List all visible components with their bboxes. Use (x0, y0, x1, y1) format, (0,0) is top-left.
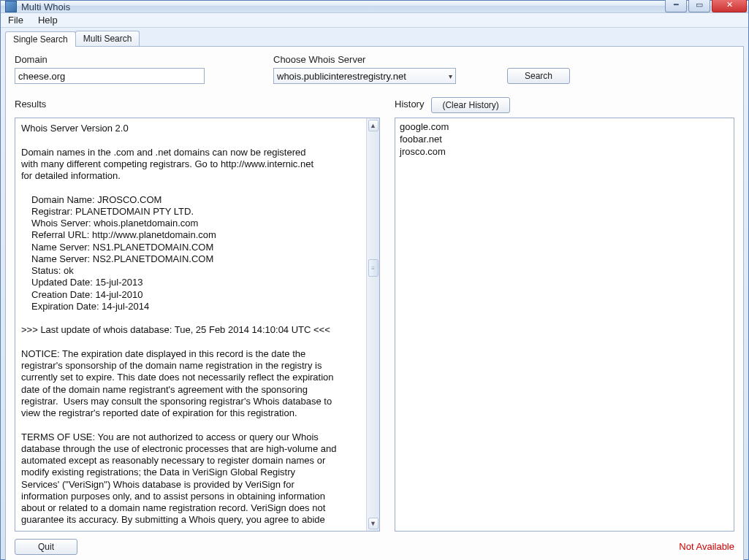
list-item[interactable]: jrosco.com (400, 146, 729, 158)
list-item[interactable]: google.com (400, 121, 729, 134)
minimize-button[interactable]: ━ (665, 0, 687, 12)
tab-multi-search[interactable]: Multi Search (75, 31, 140, 46)
tab-strip: Single Search Multi Search (1, 28, 748, 46)
quit-button[interactable]: Quit (15, 539, 77, 555)
chevron-down-icon: ▾ (449, 72, 452, 80)
window-controls: ━ ▭ ✕ (665, 0, 747, 12)
menu-bar: File Help (1, 13, 748, 28)
scroll-down-icon[interactable]: ▼ (368, 518, 379, 529)
clear-history-button[interactable]: (Clear History) (431, 97, 509, 113)
server-select[interactable]: whois.publicinterestregistry.net ▾ (273, 68, 456, 84)
results-scrollbar[interactable]: ▲ ≡ ▼ (366, 118, 379, 531)
menu-file[interactable]: File (5, 13, 26, 27)
server-label: Choose Whois Server (273, 54, 734, 65)
history-label: History (395, 99, 424, 110)
close-button[interactable]: ✕ (712, 0, 747, 12)
titlebar[interactable]: Multi Whois ━ ▭ ✕ (1, 1, 748, 13)
history-list[interactable]: google.com foobar.net jrosco.com (395, 118, 734, 532)
scroll-up-icon[interactable]: ▲ (368, 120, 379, 131)
results-label: Results (15, 99, 380, 110)
menu-help[interactable]: Help (35, 13, 61, 27)
tab-single-search[interactable]: Single Search (5, 31, 76, 47)
status-text: Not Available (679, 541, 734, 552)
domain-label: Domain (15, 54, 256, 65)
tab-page-single: Domain Choose Whois Server whois.publici… (5, 46, 744, 560)
app-icon (5, 1, 17, 12)
results-text[interactable]: Whois Server Version 2.0 Domain names in… (15, 118, 366, 531)
maximize-button[interactable]: ▭ (688, 0, 710, 12)
search-button[interactable]: Search (507, 68, 570, 84)
list-item[interactable]: foobar.net (400, 134, 729, 146)
domain-input[interactable] (15, 68, 205, 84)
app-window: Multi Whois ━ ▭ ✕ File Help Single Searc… (0, 0, 749, 560)
scroll-track[interactable]: ≡ (368, 133, 379, 516)
server-select-value: whois.publicinterestregistry.net (277, 71, 406, 82)
scroll-thumb[interactable]: ≡ (368, 259, 379, 277)
results-panel: Whois Server Version 2.0 Domain names in… (15, 118, 380, 532)
window-title: Multi Whois (21, 1, 70, 12)
